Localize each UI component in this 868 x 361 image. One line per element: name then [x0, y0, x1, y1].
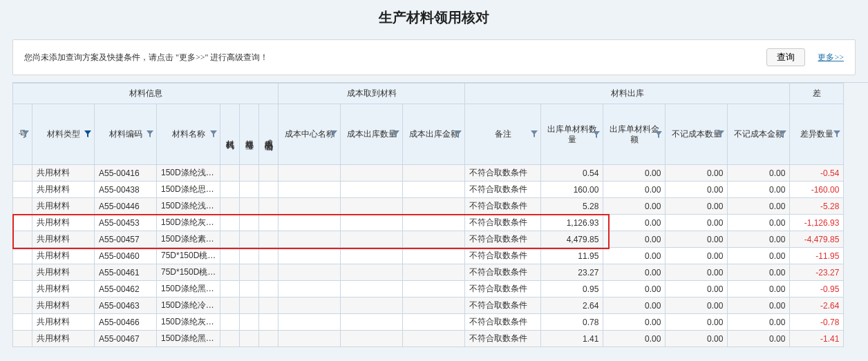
table-cell: 0.00 [728, 198, 790, 215]
table-cell: 0.95 [541, 281, 603, 297]
table-cell [13, 231, 32, 248]
table-cell: -0.78 [790, 314, 844, 331]
query-button[interactable]: 查询 [766, 48, 805, 66]
funnel-icon[interactable] [833, 130, 840, 137]
table-cell: 0.00 [603, 314, 666, 331]
table-cell [279, 165, 341, 182]
table-cell: 0.00 [603, 182, 666, 198]
col-cost-out-amt[interactable]: 成本出库金额 [403, 104, 465, 165]
table-cell: 共用材料 [32, 297, 95, 314]
funnel-icon[interactable] [717, 130, 724, 137]
col-remark[interactable]: 备注 [465, 104, 541, 165]
table-cell: 共用材料 [32, 264, 95, 281]
table-cell: 0.00 [728, 264, 790, 281]
table-row[interactable]: 共用材料A55-00467150D涤纶黑…不符合取数条件1.410.000.00… [13, 331, 844, 347]
col-mat-name[interactable]: 材料名称 [157, 104, 220, 165]
table-cell [220, 198, 240, 215]
table-cell: 0.00 [728, 281, 790, 297]
table-cell [220, 297, 240, 314]
table-cell [279, 314, 341, 331]
funnel-icon[interactable] [84, 130, 91, 137]
col-cost-center-name[interactable]: 成本中心名称 [279, 104, 341, 165]
table-cell: 0.00 [728, 314, 790, 331]
col-nocost-amt[interactable]: 不记成本金额 [728, 104, 790, 165]
table-row[interactable]: 共用材料A55-0046175D*150D桃…不符合取数条件23.270.000… [13, 264, 844, 281]
table-cell [403, 215, 465, 231]
table-cell [259, 297, 279, 314]
table-row[interactable]: 共用材料A55-0046075D*150D桃…不符合取数条件11.950.000… [13, 248, 844, 264]
table-cell: 11.95 [541, 248, 603, 264]
table-cell: 1.41 [541, 331, 603, 347]
col-seq[interactable]: 号 [13, 104, 32, 165]
table-row[interactable]: 共用材料A55-00453150D涤纶灰…不符合取数条件1,126.930.00… [13, 215, 844, 231]
table-cell [220, 182, 240, 198]
col-mat-subcode[interactable]: 材料代码 [220, 104, 240, 165]
table-row[interactable]: 共用材料A55-00438150D涤纶思…不符合取数条件160.000.000.… [13, 182, 844, 198]
table-cell [259, 331, 279, 347]
table-scroll-area[interactable]: 材料信息 成本取到材料 材料出库 差 号 材料类型 材料编码 材料名称 材料代码… [12, 82, 868, 361]
table-cell: 0.00 [728, 215, 790, 231]
funnel-icon[interactable] [330, 130, 337, 137]
table-cell: 不符合取数条件 [465, 314, 541, 331]
table-cell: -160.00 [790, 182, 844, 198]
funnel-icon[interactable] [210, 130, 217, 137]
group-header-diff: 差 [790, 84, 844, 104]
table-cell: 0.00 [603, 281, 666, 297]
col-diff-qty[interactable]: 差异数量 [790, 104, 844, 165]
table-cell [240, 198, 259, 215]
table-row[interactable]: 共用材料A55-00457150D涤纶素…不符合取数条件4,479.850.00… [13, 231, 844, 248]
table-cell: 0.00 [666, 331, 728, 347]
col-mat-code[interactable]: 材料编码 [95, 104, 157, 165]
table-cell: 0.00 [666, 264, 728, 281]
funnel-icon[interactable] [593, 131, 600, 138]
col-spec[interactable]: 规格型号 [240, 104, 259, 165]
funnel-icon[interactable] [22, 130, 29, 137]
table-row[interactable]: 共用材料A55-00463150D涤纶冷…不符合取数条件2.640.000.00… [13, 297, 844, 314]
table-cell: 75D*150D桃… [157, 264, 220, 281]
table-cell: 0.00 [728, 231, 790, 248]
table-row[interactable]: 共用材料A55-00416150D涤纶浅…不符合取数条件0.540.000.00… [13, 165, 844, 182]
table-cell: -0.95 [790, 281, 844, 297]
table-cell: 共用材料 [32, 314, 95, 331]
funnel-icon[interactable] [393, 130, 399, 137]
col-mat-type[interactable]: 材料类型 [32, 104, 95, 165]
col-out-bill-amt[interactable]: 出库单材料金额 [603, 104, 666, 165]
table-row[interactable]: 共用材料A55-00466150D涤纶灰…不符合取数条件0.780.000.00… [13, 314, 844, 331]
table-cell [259, 198, 279, 215]
table-cell: A55-00462 [95, 281, 157, 297]
table-cell [220, 165, 240, 182]
table-cell: 150D涤纶思… [157, 182, 220, 198]
col-cost-center-code[interactable]: 成本中心编码 [259, 104, 279, 165]
funnel-icon[interactable] [455, 130, 462, 137]
table-cell: 不符合取数条件 [465, 248, 541, 264]
table-cell [13, 182, 32, 198]
table-cell: A55-00446 [95, 198, 157, 215]
funnel-icon[interactable] [531, 130, 538, 137]
table-cell: 0.00 [728, 248, 790, 264]
table-row[interactable]: 共用材料A55-00462150D涤纶黑…不符合取数条件0.950.000.00… [13, 281, 844, 297]
table-cell [220, 331, 240, 347]
table-row[interactable]: 共用材料A55-00446150D涤纶浅…不符合取数条件5.280.000.00… [13, 198, 844, 215]
col-cost-out-qty[interactable]: 成本出库数量 [341, 104, 403, 165]
col-out-bill-qty[interactable]: 出库单材料数量 [541, 104, 603, 165]
table-cell [403, 165, 465, 182]
table-cell: 150D涤纶黑… [157, 331, 220, 347]
funnel-icon[interactable] [147, 130, 153, 137]
table-cell: 5.28 [541, 198, 603, 215]
table-cell: -1,126.93 [790, 215, 844, 231]
table-cell: 不符合取数条件 [465, 297, 541, 314]
col-nocost-qty[interactable]: 不记成本数量 [666, 104, 728, 165]
table-cell [279, 231, 341, 248]
table-cell: 0.00 [666, 281, 728, 297]
table-cell [403, 281, 465, 297]
funnel-icon[interactable] [780, 130, 786, 137]
table-cell: 共用材料 [32, 231, 95, 248]
table-cell [240, 281, 259, 297]
table-cell [220, 231, 240, 248]
table-cell: 0.78 [541, 314, 603, 331]
funnel-icon[interactable] [655, 131, 662, 138]
table-cell [220, 215, 240, 231]
more-link[interactable]: 更多>> [818, 52, 844, 64]
table-cell: 共用材料 [32, 331, 95, 347]
table-cell [341, 331, 403, 347]
